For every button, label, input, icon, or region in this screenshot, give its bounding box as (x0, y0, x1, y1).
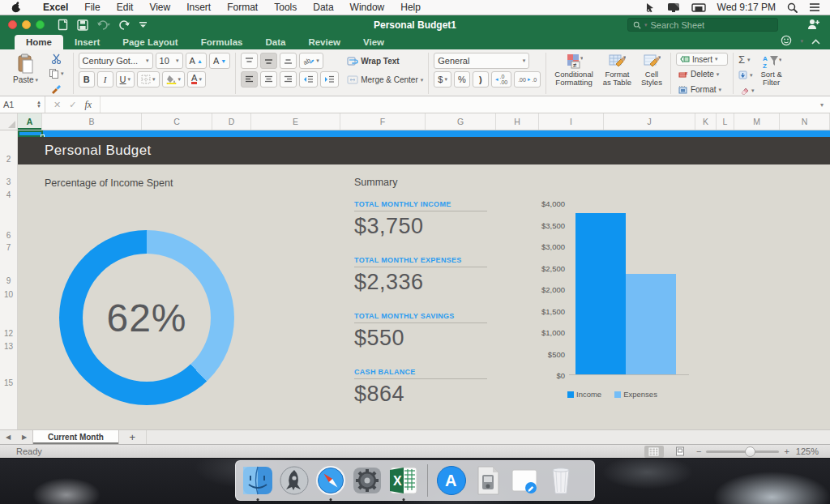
ribbon-tab-page-layout[interactable]: Page Layout (111, 35, 189, 49)
row-header-7[interactable]: 7 (0, 243, 17, 252)
cut-button[interactable] (45, 53, 68, 65)
zoom-out-button[interactable]: − (696, 446, 701, 456)
prev-sheet-icon[interactable]: ◀ (0, 430, 16, 444)
column-header-k[interactable]: K (695, 113, 717, 130)
add-people-icon[interactable] (806, 18, 820, 33)
align-top-button[interactable] (241, 53, 258, 69)
row-header-15[interactable]: 15 (0, 378, 17, 387)
row-header-9[interactable]: 9 (0, 276, 17, 285)
redo-icon[interactable] (119, 19, 130, 30)
column-header-h[interactable]: H (496, 113, 539, 130)
menu-item-format[interactable]: Format (219, 0, 266, 15)
row1-blue-band[interactable] (18, 130, 830, 137)
currency-format-button[interactable]: $▾ (434, 71, 451, 88)
row-header-4[interactable]: 4 (0, 190, 17, 199)
formula-bar-expand-icon[interactable]: ▾ (814, 101, 830, 109)
disk-image-icon[interactable] (473, 465, 503, 496)
decrease-decimal-button[interactable]: .00▸.0 (514, 71, 541, 88)
column-header-g[interactable]: G (426, 113, 496, 130)
menu-item-insert[interactable]: Insert (178, 0, 219, 15)
row-header-10[interactable]: 10 (0, 290, 17, 299)
menu-item-data[interactable]: Data (305, 0, 341, 15)
more-commands-icon[interactable] (139, 21, 148, 28)
bar-chart[interactable]: $4,000$3,500$3,000$2,500$2,000$1,500$1,0… (519, 203, 697, 406)
insert-function-icon[interactable]: fx (84, 99, 92, 111)
copy-button[interactable]: ▾ (45, 67, 68, 79)
align-center-button[interactable] (260, 71, 277, 88)
menu-item-window[interactable]: Window (342, 0, 393, 15)
orientation-button[interactable]: ab▾ (299, 53, 323, 69)
cancel-icon[interactable]: ✕ (53, 100, 61, 110)
column-header-m[interactable]: M (734, 113, 780, 130)
smiley-caret[interactable]: ▾ (800, 38, 803, 45)
merge-center-button[interactable]: Merge & Center▾ (347, 73, 423, 87)
sheet-tab-current-month[interactable]: Current Month (32, 430, 119, 444)
menu-item-help[interactable]: Help (392, 0, 429, 15)
add-sheet-button[interactable]: + (119, 430, 147, 444)
display-icon[interactable] (667, 2, 680, 13)
menu-item-edit[interactable]: Edit (109, 0, 142, 15)
select-all-corner[interactable] (0, 113, 18, 130)
comma-format-button[interactable]: ) (473, 71, 489, 88)
name-box[interactable]: A1 ▲▼ (0, 96, 45, 113)
app-store-icon[interactable]: A (436, 465, 467, 496)
column-header-i[interactable]: I (539, 113, 604, 130)
finder-icon[interactable] (242, 465, 273, 496)
launchpad-icon[interactable] (279, 465, 310, 496)
column-header-j[interactable]: J (604, 113, 695, 130)
page-layout-view-icon[interactable] (670, 446, 690, 458)
save-icon[interactable] (77, 19, 88, 31)
column-header-e[interactable]: E (251, 113, 340, 130)
donut-chart[interactable]: 62% (59, 230, 234, 405)
safari-icon[interactable] (315, 465, 346, 496)
sort-filter-button[interactable]: AZ▾ Sort &Filter (757, 53, 785, 88)
autosum-button[interactable]: Σ▾ (738, 53, 755, 66)
insert-cells-button[interactable]: Insert▾ (676, 53, 728, 66)
italic-button[interactable]: I (97, 71, 113, 88)
worksheet-area[interactable]: Personal Budget Percentage of Income Spe… (0, 130, 830, 429)
column-header-a[interactable]: A (18, 113, 42, 130)
menu-item-view[interactable]: View (141, 0, 178, 15)
column-header-c[interactable]: C (142, 113, 212, 130)
zoom-in-button[interactable]: + (784, 446, 789, 456)
menu-item-file[interactable]: File (76, 0, 108, 15)
zoom-slider-knob[interactable] (745, 446, 755, 457)
fill-color-button[interactable]: ▾ (162, 71, 186, 88)
normal-view-icon[interactable] (644, 446, 664, 458)
align-left-button[interactable] (241, 71, 258, 88)
apple-menu-icon[interactable] (11, 2, 22, 13)
format-painter-button[interactable] (45, 83, 68, 95)
font-name-select[interactable]: Century Got...▾ (79, 53, 153, 69)
menu-item-tools[interactable]: Tools (266, 0, 305, 15)
row-header-13[interactable]: 13 (0, 342, 17, 351)
align-bottom-button[interactable] (280, 53, 297, 69)
paste-button[interactable]: Paste▾ (10, 53, 41, 85)
row-header-6[interactable]: 6 (0, 231, 17, 240)
ribbon-tab-insert[interactable]: Insert (63, 35, 111, 49)
enter-icon[interactable]: ✓ (69, 100, 76, 110)
bold-button[interactable]: B (79, 71, 95, 88)
trash-icon[interactable] (545, 465, 576, 496)
excel-icon[interactable]: X (388, 465, 419, 496)
ribbon-tab-view[interactable]: View (352, 35, 396, 49)
decrease-font-button[interactable]: A▼ (209, 53, 230, 69)
ribbon-tab-data[interactable]: Data (254, 35, 297, 49)
delete-cells-button[interactable]: x Delete▾ (676, 67, 728, 81)
align-right-button[interactable] (280, 71, 297, 88)
cell-styles-button[interactable]: ▾ CellStyles (638, 53, 665, 88)
increase-font-button[interactable]: A▲ (186, 53, 207, 69)
increase-indent-button[interactable] (320, 71, 339, 88)
format-as-table-button[interactable]: ▾ Formatas Table (600, 53, 635, 88)
ribbon-tab-review[interactable]: Review (297, 35, 352, 49)
borders-button[interactable]: ▾ (137, 71, 160, 88)
zoom-percentage[interactable]: 125% (796, 446, 819, 456)
next-sheet-icon[interactable]: ▶ (16, 430, 32, 444)
column-header-b[interactable]: B (42, 113, 142, 130)
menu-item-excel[interactable]: Excel (35, 0, 76, 15)
ribbon-tab-home[interactable]: Home (15, 35, 63, 49)
underline-button[interactable]: U▾ (116, 71, 135, 88)
bar-expenses[interactable] (626, 274, 676, 374)
column-header-n[interactable]: N (780, 113, 830, 130)
column-header-l[interactable]: L (717, 113, 734, 130)
row-header-2[interactable]: 2 (0, 155, 17, 164)
